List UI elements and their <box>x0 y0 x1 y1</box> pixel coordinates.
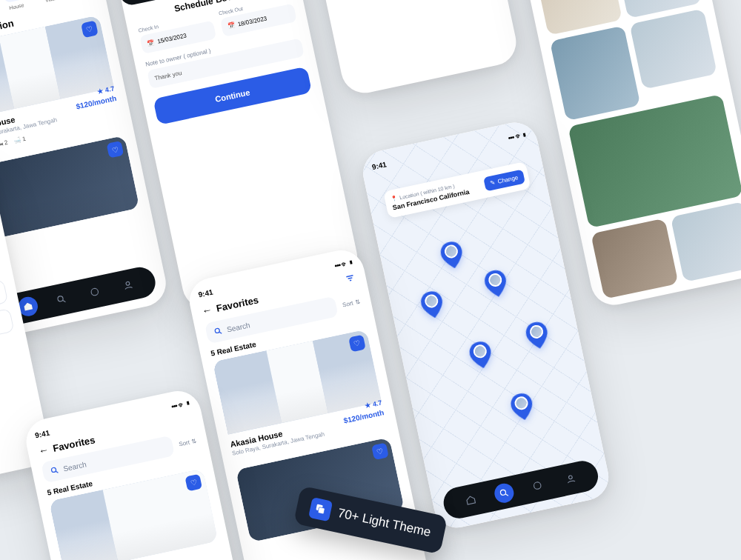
svg-point-10 <box>568 476 573 480</box>
cat-villa[interactable]: Villa <box>34 0 60 4</box>
nav-search-icon[interactable] <box>493 481 516 504</box>
svg-point-3 <box>57 296 63 301</box>
svg-line-12 <box>348 278 353 279</box>
nav-chat-icon[interactable] <box>84 281 107 304</box>
svg-rect-19 <box>318 507 325 514</box>
badge-text: 70+ Light Theme <box>336 506 432 540</box>
gallery-image[interactable] <box>629 9 717 90</box>
cat-house[interactable]: House <box>1 0 27 11</box>
heart-icon[interactable]: ♡ <box>371 442 389 460</box>
svg-point-6 <box>126 281 130 286</box>
svg-point-5 <box>90 288 99 296</box>
heart-icon[interactable]: ♡ <box>107 141 124 159</box>
heart-icon[interactable]: ♡ <box>81 21 99 39</box>
nav-chat-icon[interactable] <box>526 475 549 498</box>
svg-line-8 <box>505 493 508 496</box>
svg-point-16 <box>51 467 56 473</box>
listing-card[interactable]: ♡ <box>0 136 140 241</box>
apple-signin-button[interactable]: Sign in with Apple <box>0 308 15 364</box>
svg-line-4 <box>63 300 65 302</box>
sort-button[interactable]: Sort ⇅ <box>178 437 197 447</box>
gallery-image[interactable] <box>671 201 741 282</box>
nav-profile-icon[interactable] <box>559 467 582 490</box>
gallery-image[interactable] <box>550 25 641 121</box>
sort-button[interactable]: Sort ⇅ <box>342 298 361 308</box>
svg-line-17 <box>56 471 59 473</box>
gallery-grid <box>534 0 741 299</box>
svg-line-11 <box>346 276 353 277</box>
heart-icon[interactable]: ♡ <box>185 474 202 492</box>
gallery-image[interactable] <box>591 219 678 299</box>
nav-search-icon[interactable] <box>50 288 73 311</box>
filter-icon[interactable] <box>344 272 356 287</box>
have-account-text: already have an account? Sign In <box>0 337 17 376</box>
bottom-nav <box>0 264 158 327</box>
svg-point-14 <box>215 328 220 333</box>
layers-icon <box>308 497 333 521</box>
nav-home-icon[interactable] <box>459 489 482 512</box>
heart-icon[interactable]: ♡ <box>348 335 366 353</box>
svg-point-7 <box>500 490 506 496</box>
svg-line-15 <box>219 332 222 334</box>
nav-profile-icon[interactable] <box>116 274 139 297</box>
svg-point-9 <box>534 481 542 490</box>
